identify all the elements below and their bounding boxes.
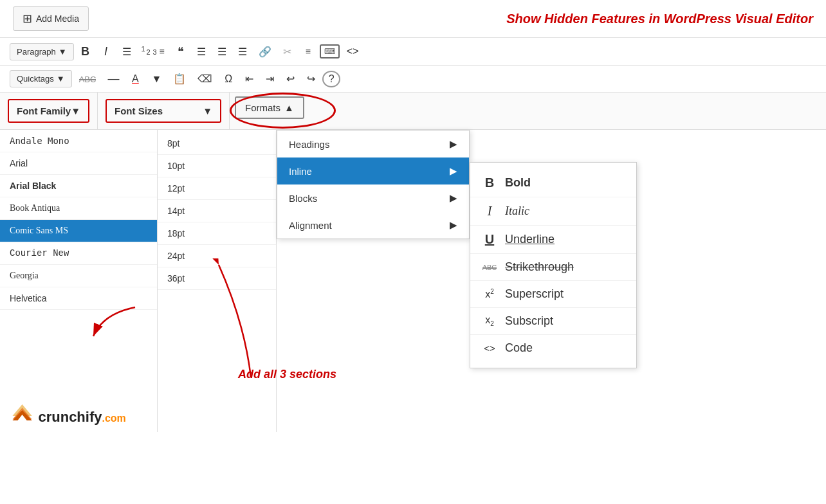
font-size-18pt[interactable]: 18pt	[158, 222, 276, 245]
code-label: Code	[505, 341, 533, 355]
font-item-book-antiqua[interactable]: Book Antiqua	[0, 197, 157, 220]
inline-code-item[interactable]: <> Code	[470, 335, 636, 361]
superscript-icon-letter: x2	[482, 288, 497, 300]
font-size-10pt[interactable]: 10pt	[158, 155, 276, 177]
align-center-button[interactable]: ☰	[213, 42, 231, 61]
formats-alignment-arrow-icon: ▶	[450, 219, 457, 231]
formats-label: Formats	[245, 102, 280, 113]
formats-blocks-arrow-icon: ▶	[450, 192, 457, 204]
font-color-button[interactable]: A	[126, 70, 144, 88]
indent-button[interactable]: ⇥	[261, 69, 279, 88]
inline-underline-item[interactable]: U Underline	[470, 226, 636, 254]
add-media-label: Add Media	[36, 14, 79, 24]
font-family-chevron-icon: ▼	[71, 105, 80, 116]
font-size-12pt[interactable]: 12pt	[158, 177, 276, 200]
unlink-button[interactable]: ✂	[279, 42, 297, 61]
font-sizes-header-cell: Font Sizes ▼	[98, 93, 230, 129]
subscript-label: Subscript	[505, 314, 553, 328]
font-sizes-label: Font Sizes	[115, 105, 163, 116]
paragraph-dropdown[interactable]: Paragraph ▼	[10, 43, 74, 60]
formats-dropdown-menu: Headings ▶ Inline ▶ Blocks ▶ Alignment ▶	[277, 130, 470, 239]
bold-button[interactable]: B	[77, 42, 95, 62]
font-item-andale-mono[interactable]: Andale Mono	[0, 130, 157, 152]
formats-headings-arrow-icon: ▶	[450, 138, 457, 150]
font-family-panel: Andale Mono Arial Arial Black Book Antiq…	[0, 130, 158, 432]
font-size-8pt[interactable]: 8pt	[158, 132, 276, 155]
special-char-button[interactable]: Ω	[219, 70, 237, 88]
paragraph-chevron-icon: ▼	[59, 47, 67, 57]
outdent-button[interactable]: ⇤	[240, 69, 258, 88]
main-area: Andale Mono Arial Arial Black Book Antiq…	[0, 130, 826, 432]
font-family-header-cell: Font Family ▼	[0, 93, 98, 129]
align-right-button[interactable]: ☰	[234, 42, 252, 61]
align-left-button[interactable]: ☰	[192, 42, 210, 61]
blockquote-button[interactable]: ❝	[172, 41, 190, 62]
fullscreen-button[interactable]: ⌨	[320, 44, 340, 59]
ordered-list-button[interactable]: 1 2 3 ≡	[138, 43, 169, 60]
crunchify-brand-text: crunchify	[38, 409, 102, 425]
font-family-label: Font Family	[17, 105, 71, 116]
superscript-label: Superscript	[505, 287, 564, 301]
formats-inline-item[interactable]: Inline ▶	[277, 158, 469, 184]
page-title: Show Hidden Features in WordPress Visual…	[506, 12, 813, 26]
crunchify-logo-icon	[10, 399, 35, 422]
formats-arrow-icon: ▲	[284, 102, 294, 113]
font-color-chevron[interactable]: ▼	[147, 70, 166, 88]
formats-blocks-label: Blocks	[289, 193, 317, 204]
link-button[interactable]: 🔗	[254, 42, 276, 61]
paste-button[interactable]: 📋	[169, 69, 190, 88]
strikethrough-abc-button[interactable]: ABC	[75, 70, 101, 88]
font-family-arrow-annotation	[90, 301, 142, 355]
bold-label: Bold	[505, 176, 531, 190]
strikethrough-icon-letter: ABC	[482, 264, 497, 271]
redo-button[interactable]: ↪	[302, 69, 320, 88]
add-3-sections-label: Add all 3 sections	[238, 368, 336, 381]
html-view-button[interactable]: <>	[342, 42, 363, 60]
strikethrough-label: Strikethrough	[505, 260, 574, 274]
font-item-arial-black[interactable]: Arial Black	[0, 175, 157, 197]
font-item-georgia[interactable]: Georgia	[0, 265, 157, 287]
formats-headings-item[interactable]: Headings ▶	[277, 130, 469, 158]
formats-alignment-item[interactable]: Alignment ▶	[277, 212, 469, 239]
add-media-button[interactable]: ⊞ Add Media	[13, 6, 89, 31]
subscript-icon-letter: x2	[482, 314, 497, 327]
font-sizes-dropdown[interactable]: Font Sizes ▼	[106, 99, 221, 123]
italic-icon-letter: I	[482, 204, 497, 219]
font-sizes-chevron-icon: ▼	[203, 105, 212, 116]
font-item-arial[interactable]: Arial	[0, 152, 157, 175]
clear-format-button[interactable]: ⌫	[193, 69, 217, 88]
paragraph-label: Paragraph	[17, 47, 56, 57]
crunchify-logo: crunchify.com	[10, 399, 126, 426]
font-family-dropdown[interactable]: Font Family ▼	[8, 99, 89, 123]
inline-subscript-item[interactable]: x2 Subscript	[470, 308, 636, 335]
quicktags-dropdown[interactable]: Quicktags ▼	[10, 70, 72, 87]
inline-bold-item[interactable]: B Bold	[470, 169, 636, 197]
horizontal-rule-button[interactable]: ≡	[299, 43, 317, 60]
inline-superscript-item[interactable]: x2 Superscript	[470, 281, 636, 308]
formats-blocks-item[interactable]: Blocks ▶	[277, 184, 469, 212]
toolbar-row-1: Paragraph ▼ B I ☰ 1 2 3 ≡ ❝ ☰ ☰ ☰ 🔗 ✂ ≡ …	[0, 38, 826, 66]
formats-alignment-label: Alignment	[289, 220, 332, 231]
toolbar-row-2: Quicktags ▼ ABC — A ▼ 📋 ⌫ Ω ⇤ ⇥ ↩ ↪ ?	[0, 66, 826, 93]
dropdown-headers-row: Font Family ▼ Font Sizes ▼ Formats ▲	[0, 93, 826, 130]
quicktags-label: Quicktags	[17, 74, 54, 84]
help-button[interactable]: ?	[322, 71, 340, 87]
font-size-14pt[interactable]: 14pt	[158, 200, 276, 222]
font-item-courier-new[interactable]: Courier New	[0, 242, 157, 265]
quicktags-chevron-icon: ▼	[57, 74, 65, 84]
unordered-list-button[interactable]: ☰	[118, 42, 136, 61]
italic-button[interactable]: I	[97, 42, 115, 62]
undo-button[interactable]: ↩	[281, 69, 299, 88]
add-media-icon: ⊞	[23, 12, 32, 26]
formats-inline-label: Inline	[289, 166, 312, 177]
font-family-list: Andale Mono Arial Arial Black Book Antiq…	[0, 130, 157, 310]
inline-strikethrough-item[interactable]: ABC Strikethrough	[470, 254, 636, 281]
font-item-comic-sans-ms[interactable]: Comic Sans MS	[0, 220, 157, 242]
inline-italic-item[interactable]: I Italic	[470, 197, 636, 226]
formats-inline-arrow-icon: ▶	[450, 165, 457, 177]
formats-dropdown-button[interactable]: Formats ▲	[235, 96, 304, 119]
top-bar: ⊞ Add Media Show Hidden Features in Word…	[0, 0, 826, 38]
horizontal-line-button[interactable]: —	[103, 69, 124, 89]
italic-label: Italic	[505, 204, 529, 218]
formats-header-cell: Formats ▲	[230, 93, 309, 129]
